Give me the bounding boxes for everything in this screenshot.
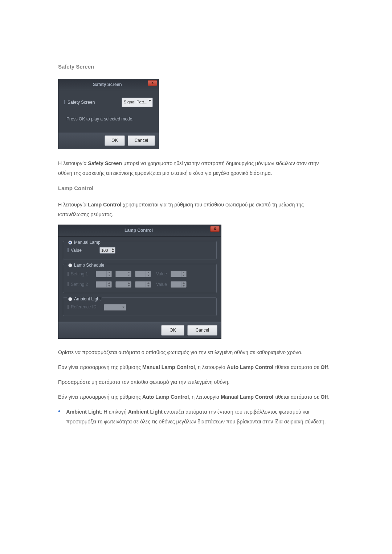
chevron-down-icon [146,284,151,287]
dialog-footer: OK Cancel [58,322,221,338]
chevron-up-icon [126,271,131,274]
field-marker-icon [64,100,65,104]
close-icon[interactable]: x [148,80,157,86]
list-item: • Ambient Light: Η επιλογή Ambient Light… [58,407,334,427]
text: , η λειτουργία [189,394,221,400]
spinner-arrows[interactable] [110,247,115,253]
setting1-hour-spinner [96,271,112,277]
dialog-body: Safety Screen Signal Patt... Press OK to… [58,90,159,132]
reference-id-label: Reference ID [68,303,101,311]
safety-screen-combo[interactable]: Signal Patt... [122,98,153,107]
group-title-text: Lamp Schedule [74,261,104,270]
cancel-button[interactable]: Cancel [187,325,217,336]
chevron-down-icon [107,284,111,287]
ambient-light-group: Ambient Light Reference ID [63,297,217,316]
chevron-up-icon [146,271,151,274]
lamp-schedule-radio[interactable] [68,263,72,267]
dialog-titlebar: Safety Screen x [58,79,159,91]
field-marker-icon [68,272,69,276]
text-bold: Ambient Light [128,409,163,415]
text: Η λειτουργία [58,160,88,166]
text-bold: Auto Lamp Control [227,364,273,370]
lamp-control-heading: Lamp Control [58,183,334,194]
lamp-para1: Ορίστε να προσαρμόζεται αυτόματα ο οπίσθ… [58,348,334,357]
safety-screen-heading: Safety Screen [58,62,334,72]
text: τίθεται αυτόματα σε [273,364,320,370]
reference-id-row: Reference ID [68,303,212,311]
safety-screen-dialog: Safety Screen x Safety Screen Signal Pat… [58,79,159,149]
text-bold: Safety Screen [88,160,122,166]
text-bold: Manual Lamp Control [221,394,273,400]
dialog-footer: OK Cancel [58,132,159,149]
text: : Η επιλογή [101,409,128,415]
bullet-list: • Ambient Light: Η επιλογή Ambient Light… [58,407,334,427]
label-text: Value [71,248,82,253]
safety-screen-row: Safety Screen Signal Patt... [64,98,153,107]
reference-id-combo [104,304,126,311]
chevron-down-icon[interactable] [110,250,115,253]
setting1-value-spinner [171,271,187,277]
setting1-label: Setting 1 [68,270,92,278]
combo-value: Signal Patt... [124,98,147,106]
text: Η λειτουργία [58,202,88,208]
chevron-down-icon [126,284,131,287]
manual-value-row: Value 100 [68,246,212,255]
text-bold: Off [320,364,328,370]
safety-screen-field-label: Safety Screen [64,98,95,107]
text: . [328,364,330,370]
dialog-titlebar: Lamp Control x [58,225,221,237]
field-marker-icon [68,248,69,252]
setting2-row: Setting 2 Value [68,280,212,289]
setting2-value-spinner [171,281,187,288]
safety-field-label-text: Safety Screen [68,100,95,105]
value-label: Value [156,270,167,278]
text-bold: Auto Lamp Control [142,394,189,400]
chevron-up-icon [126,282,131,284]
text: Εάν γίνει προσαρμογή της ρύθμισης [58,364,142,370]
chevron-down-icon [181,284,186,287]
chevron-down-icon [181,274,186,277]
chevron-up-icon [107,282,111,284]
text: τίθεται αυτόματα σε [273,394,320,400]
close-icon[interactable]: x [210,226,220,232]
manual-value-label: Value [68,246,97,255]
text-bold: Lamp Control [88,202,121,208]
chevron-up-icon [146,282,151,284]
group-title-text: Ambient Light [74,295,101,303]
chevron-down-icon [126,274,131,277]
text: Εάν γίνει προσαρμογή της ρύθμισης [58,394,142,400]
label-text: Setting 2 [71,282,88,287]
chevron-up-icon [107,271,111,274]
bullet-icon: • [58,407,60,427]
manual-lamp-radio[interactable] [68,241,72,245]
chevron-up-icon[interactable] [110,247,115,250]
chevron-up-icon [181,271,186,274]
setting1-row: Setting 1 Value [68,270,212,278]
cancel-button[interactable]: Cancel [128,135,155,146]
chevron-down-icon [146,274,151,277]
ok-button[interactable]: OK [105,135,124,146]
lamp-para4: Εάν γίνει προσαρμογή της ρύθμισης Auto L… [58,392,334,402]
manual-value-spinner[interactable]: 100 [99,247,115,254]
label-text: Reference ID [71,304,97,309]
lamp-schedule-group-title: Lamp Schedule [67,261,106,270]
safety-paragraph: Η λειτουργία Safety Screen μπορεί να χρη… [58,159,334,178]
ok-button[interactable]: OK [161,325,184,336]
spinner-value: 100 [101,247,108,254]
chevron-down-icon [148,100,151,102]
ambient-light-group-title: Ambient Light [67,295,102,303]
text-bold: Ambient Light [66,409,101,415]
chevron-down-icon [122,307,124,308]
setting2-label: Setting 2 [68,280,92,289]
group-title-text: Manual Lamp [74,238,101,247]
setting2-hour-spinner [96,281,112,288]
list-item-text: Ambient Light: Η επιλογή Ambient Light ε… [66,407,334,427]
label-text: Setting 1 [71,271,88,276]
text: , η λειτουργία [195,364,227,370]
ambient-light-radio[interactable] [68,297,72,301]
setting1-ampm-spinner [135,271,151,277]
lamp-schedule-group: Lamp Schedule Setting 1 Value Setting 2 … [63,264,217,294]
lamp-para3: Προσαρμόστε μη αυτόματα τον οπίσθιο φωτι… [58,377,334,387]
text-bold: Off [320,394,328,400]
field-marker-icon [68,305,69,309]
